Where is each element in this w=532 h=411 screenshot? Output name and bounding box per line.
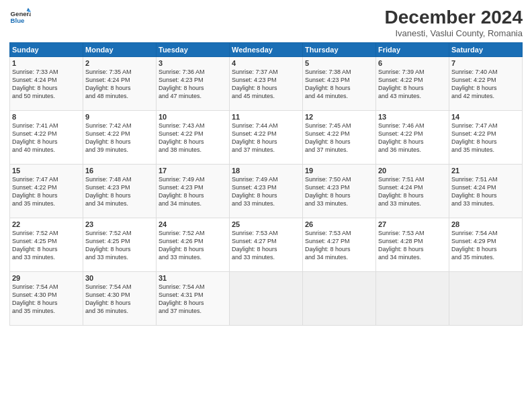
day-info: Sunrise: 7:43 AM Sunset: 4:22 PM Dayligh… xyxy=(159,122,227,154)
week-row-4: 22Sunrise: 7:52 AM Sunset: 4:25 PM Dayli… xyxy=(10,218,523,272)
day-number: 4 xyxy=(232,59,300,67)
header-day-friday: Friday xyxy=(376,43,449,57)
day-info: Sunrise: 7:51 AM Sunset: 4:24 PM Dayligh… xyxy=(451,175,520,208)
day-info: Sunrise: 7:38 AM Sunset: 4:23 PM Dayligh… xyxy=(305,68,373,101)
week-row-5: 29Sunrise: 7:54 AM Sunset: 4:30 PM Dayli… xyxy=(10,272,523,326)
header-day-wednesday: Wednesday xyxy=(230,43,303,57)
day-cell: 18Sunrise: 7:49 AM Sunset: 4:23 PM Dayli… xyxy=(230,165,303,218)
day-cell: 10Sunrise: 7:43 AM Sunset: 4:22 PM Dayli… xyxy=(157,111,230,165)
day-cell: 15Sunrise: 7:47 AM Sunset: 4:22 PM Dayli… xyxy=(10,165,83,218)
header-row: SundayMondayTuesdayWednesdayThursdayFrid… xyxy=(10,43,523,57)
day-cell: 6Sunrise: 7:39 AM Sunset: 4:22 PM Daylig… xyxy=(376,57,449,111)
day-number: 23 xyxy=(85,220,154,228)
day-info: Sunrise: 7:42 AM Sunset: 4:22 PM Dayligh… xyxy=(85,122,154,154)
day-cell xyxy=(449,272,523,326)
title-block: December 2024 Ivanesti, Vaslui County, R… xyxy=(385,7,523,38)
day-cell: 23Sunrise: 7:52 AM Sunset: 4:25 PM Dayli… xyxy=(83,218,157,272)
day-info: Sunrise: 7:48 AM Sunset: 4:23 PM Dayligh… xyxy=(85,175,154,208)
day-info: Sunrise: 7:47 AM Sunset: 4:22 PM Dayligh… xyxy=(451,122,520,154)
day-info: Sunrise: 7:50 AM Sunset: 4:23 PM Dayligh… xyxy=(305,175,373,208)
day-info: Sunrise: 7:36 AM Sunset: 4:23 PM Dayligh… xyxy=(159,68,227,101)
day-cell: 22Sunrise: 7:52 AM Sunset: 4:25 PM Dayli… xyxy=(10,218,83,272)
day-number: 29 xyxy=(12,274,81,282)
day-info: Sunrise: 7:52 AM Sunset: 4:25 PM Dayligh… xyxy=(12,229,81,262)
day-info: Sunrise: 7:52 AM Sunset: 4:26 PM Dayligh… xyxy=(159,229,227,262)
day-number: 25 xyxy=(232,220,300,228)
week-row-2: 8Sunrise: 7:41 AM Sunset: 4:22 PM Daylig… xyxy=(10,111,523,165)
day-number: 22 xyxy=(12,220,81,228)
day-number: 14 xyxy=(451,113,520,121)
day-cell: 27Sunrise: 7:53 AM Sunset: 4:28 PM Dayli… xyxy=(376,218,449,272)
day-info: Sunrise: 7:39 AM Sunset: 4:22 PM Dayligh… xyxy=(378,68,447,101)
header-day-sunday: Sunday xyxy=(10,43,83,57)
day-info: Sunrise: 7:41 AM Sunset: 4:22 PM Dayligh… xyxy=(12,122,81,154)
week-row-1: 1Sunrise: 7:33 AM Sunset: 4:24 PM Daylig… xyxy=(10,57,523,111)
day-number: 17 xyxy=(159,167,227,175)
day-number: 21 xyxy=(451,167,520,175)
day-info: Sunrise: 7:49 AM Sunset: 4:23 PM Dayligh… xyxy=(159,175,227,208)
day-cell: 1Sunrise: 7:33 AM Sunset: 4:24 PM Daylig… xyxy=(10,57,83,111)
day-info: Sunrise: 7:49 AM Sunset: 4:23 PM Dayligh… xyxy=(232,175,300,208)
day-number: 18 xyxy=(232,167,300,175)
day-number: 7 xyxy=(451,59,520,67)
day-info: Sunrise: 7:53 AM Sunset: 4:27 PM Dayligh… xyxy=(232,229,300,262)
header-day-tuesday: Tuesday xyxy=(157,43,230,57)
day-cell: 31Sunrise: 7:54 AM Sunset: 4:31 PM Dayli… xyxy=(157,272,230,326)
day-number: 30 xyxy=(85,274,154,282)
day-info: Sunrise: 7:33 AM Sunset: 4:24 PM Dayligh… xyxy=(12,68,81,101)
day-cell: 17Sunrise: 7:49 AM Sunset: 4:23 PM Dayli… xyxy=(157,165,230,218)
day-cell: 7Sunrise: 7:40 AM Sunset: 4:22 PM Daylig… xyxy=(449,57,523,111)
day-cell xyxy=(376,272,449,326)
day-info: Sunrise: 7:37 AM Sunset: 4:23 PM Dayligh… xyxy=(232,68,300,101)
day-number: 28 xyxy=(451,220,520,228)
header-day-thursday: Thursday xyxy=(303,43,376,57)
header-day-monday: Monday xyxy=(83,43,157,57)
day-cell: 8Sunrise: 7:41 AM Sunset: 4:22 PM Daylig… xyxy=(10,111,83,165)
day-info: Sunrise: 7:52 AM Sunset: 4:25 PM Dayligh… xyxy=(85,229,154,262)
day-number: 24 xyxy=(159,220,227,228)
svg-text:Blue: Blue xyxy=(11,17,25,24)
day-number: 13 xyxy=(378,113,447,121)
day-number: 16 xyxy=(85,167,154,175)
day-cell: 13Sunrise: 7:46 AM Sunset: 4:22 PM Dayli… xyxy=(376,111,449,165)
day-cell: 9Sunrise: 7:42 AM Sunset: 4:22 PM Daylig… xyxy=(83,111,157,165)
day-cell: 14Sunrise: 7:47 AM Sunset: 4:22 PM Dayli… xyxy=(449,111,523,165)
location: Ivanesti, Vaslui County, Romania xyxy=(385,28,523,38)
day-cell: 12Sunrise: 7:45 AM Sunset: 4:22 PM Dayli… xyxy=(303,111,376,165)
day-number: 3 xyxy=(159,59,227,67)
day-cell: 21Sunrise: 7:51 AM Sunset: 4:24 PM Dayli… xyxy=(449,165,523,218)
day-info: Sunrise: 7:40 AM Sunset: 4:22 PM Dayligh… xyxy=(451,68,520,101)
day-info: Sunrise: 7:51 AM Sunset: 4:24 PM Dayligh… xyxy=(378,175,447,208)
day-number: 12 xyxy=(305,113,373,121)
day-cell xyxy=(230,272,303,326)
day-cell: 24Sunrise: 7:52 AM Sunset: 4:26 PM Dayli… xyxy=(157,218,230,272)
day-number: 27 xyxy=(378,220,447,228)
day-number: 2 xyxy=(85,59,154,67)
day-cell: 3Sunrise: 7:36 AM Sunset: 4:23 PM Daylig… xyxy=(157,57,230,111)
day-number: 10 xyxy=(159,113,227,121)
day-cell: 4Sunrise: 7:37 AM Sunset: 4:23 PM Daylig… xyxy=(230,57,303,111)
day-info: Sunrise: 7:47 AM Sunset: 4:22 PM Dayligh… xyxy=(12,175,81,208)
day-info: Sunrise: 7:54 AM Sunset: 4:30 PM Dayligh… xyxy=(12,283,81,316)
day-info: Sunrise: 7:53 AM Sunset: 4:27 PM Dayligh… xyxy=(305,229,373,262)
header-day-saturday: Saturday xyxy=(449,43,523,57)
day-cell: 16Sunrise: 7:48 AM Sunset: 4:23 PM Dayli… xyxy=(83,165,157,218)
day-info: Sunrise: 7:54 AM Sunset: 4:31 PM Dayligh… xyxy=(159,283,227,316)
calendar-body: 1Sunrise: 7:33 AM Sunset: 4:24 PM Daylig… xyxy=(10,57,523,326)
month-title: December 2024 xyxy=(385,7,523,28)
page: General Blue December 2024 Ivanesti, Vas… xyxy=(0,0,532,411)
day-cell: 30Sunrise: 7:54 AM Sunset: 4:30 PM Dayli… xyxy=(83,272,157,326)
day-number: 6 xyxy=(378,59,447,67)
day-info: Sunrise: 7:53 AM Sunset: 4:28 PM Dayligh… xyxy=(378,229,447,262)
day-cell: 29Sunrise: 7:54 AM Sunset: 4:30 PM Dayli… xyxy=(10,272,83,326)
day-number: 9 xyxy=(85,113,154,121)
day-info: Sunrise: 7:45 AM Sunset: 4:22 PM Dayligh… xyxy=(305,122,373,154)
day-number: 8 xyxy=(12,113,81,121)
week-row-3: 15Sunrise: 7:47 AM Sunset: 4:22 PM Dayli… xyxy=(10,165,523,218)
day-info: Sunrise: 7:35 AM Sunset: 4:24 PM Dayligh… xyxy=(85,68,154,101)
day-number: 1 xyxy=(12,59,81,67)
day-info: Sunrise: 7:54 AM Sunset: 4:29 PM Dayligh… xyxy=(451,229,520,262)
calendar-header: SundayMondayTuesdayWednesdayThursdayFrid… xyxy=(10,43,523,57)
day-number: 19 xyxy=(305,167,373,175)
day-number: 5 xyxy=(305,59,373,67)
